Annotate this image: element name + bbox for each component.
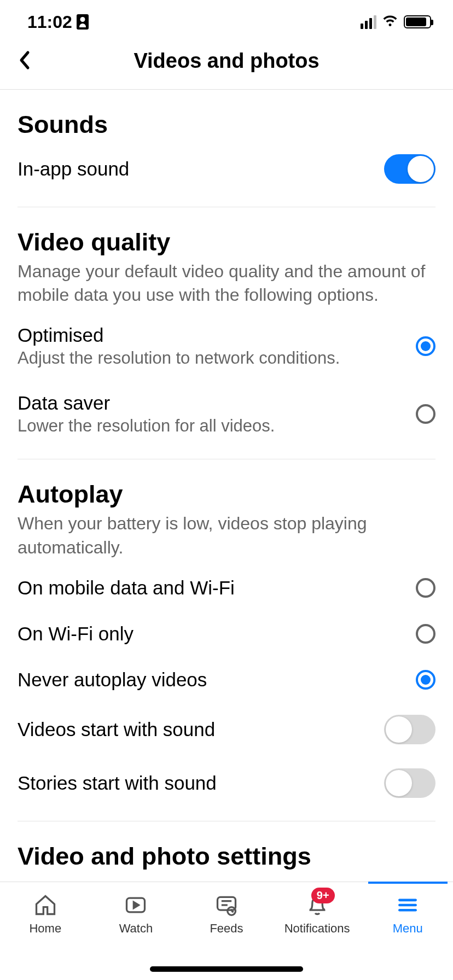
data-saver-sub: Lower the resolution for all videos. (18, 416, 416, 436)
row-videos-sound[interactable]: Videos start with sound (18, 703, 435, 756)
home-icon (33, 892, 57, 918)
row-autoplay-never[interactable]: Never autoplay videos (18, 657, 435, 703)
tab-menu[interactable]: Menu (368, 892, 448, 980)
row-data-saver[interactable]: Data saver Lower the resolution for all … (18, 380, 435, 448)
autoplay-mobile-wifi-label: On mobile data and Wi-Fi (18, 577, 416, 599)
row-in-app-sound[interactable]: In-app sound (18, 142, 435, 196)
bell-icon: 9+ (305, 892, 329, 918)
svg-line-6 (231, 911, 234, 912)
tab-bar: Home Watch Feeds 9+ Notifications Menu (0, 882, 453, 980)
data-saver-label: Data saver (18, 392, 416, 414)
status-time: 11:02 (27, 12, 89, 32)
tab-home-label: Home (29, 921, 61, 936)
battery-icon (404, 15, 431, 28)
home-indicator[interactable] (150, 966, 303, 972)
section-video-quality: Video quality Manage your default video … (18, 207, 435, 459)
status-bar: 11:02 (0, 0, 453, 38)
time-value: 11:02 (27, 12, 72, 32)
row-optimised[interactable]: Optimised Adjust the resolution to netwo… (18, 312, 435, 380)
in-app-sound-toggle[interactable] (384, 154, 435, 184)
menu-icon (396, 892, 420, 918)
section-title-vp-settings: Video and photo settings (18, 842, 435, 871)
wifi-icon (382, 13, 398, 31)
optimised-radio[interactable] (416, 336, 435, 356)
nav-header: Videos and photos (0, 38, 453, 90)
row-stories-sound[interactable]: Stories start with sound (18, 756, 435, 810)
row-autoplay-mobile-wifi[interactable]: On mobile data and Wi-Fi (18, 565, 435, 611)
stories-sound-label: Stories start with sound (18, 772, 384, 794)
section-sounds: Sounds In-app sound (18, 90, 435, 207)
back-button[interactable] (16, 49, 33, 73)
cellular-icon (361, 15, 376, 29)
autoplay-never-radio[interactable] (416, 670, 435, 690)
row-autoplay-wifi-only[interactable]: On Wi-Fi only (18, 611, 435, 657)
autoplay-mobile-wifi-radio[interactable] (416, 578, 435, 598)
tab-watch-label: Watch (119, 921, 153, 936)
feeds-icon (214, 892, 239, 918)
tab-feeds-label: Feeds (210, 921, 243, 936)
notification-badge: 9+ (311, 888, 335, 903)
data-saver-radio[interactable] (416, 404, 435, 424)
page-title: Videos and photos (16, 49, 437, 73)
optimised-label: Optimised (18, 324, 416, 346)
id-icon (77, 14, 89, 30)
section-title-autoplay: Autoplay (18, 480, 435, 509)
status-icons (361, 13, 431, 31)
videos-sound-label: Videos start with sound (18, 719, 384, 740)
autoplay-wifi-only-label: On Wi-Fi only (18, 623, 416, 645)
videos-sound-toggle[interactable] (384, 715, 435, 744)
autoplay-desc: When your battery is low, videos stop pl… (18, 512, 435, 559)
autoplay-never-label: Never autoplay videos (18, 669, 416, 691)
section-autoplay: Autoplay When your battery is low, video… (18, 459, 435, 821)
section-title-video-quality: Video quality (18, 228, 435, 256)
tab-notifications-label: Notifications (284, 921, 350, 936)
stories-sound-toggle[interactable] (384, 768, 435, 798)
video-quality-desc: Manage your default video quality and th… (18, 260, 435, 307)
optimised-sub: Adjust the resolution to network conditi… (18, 348, 416, 368)
watch-icon (124, 892, 148, 918)
autoplay-wifi-only-radio[interactable] (416, 624, 435, 644)
section-title-sounds: Sounds (18, 110, 435, 139)
tab-home[interactable]: Home (5, 892, 85, 980)
tab-menu-label: Menu (393, 921, 423, 936)
in-app-sound-label: In-app sound (18, 158, 384, 180)
